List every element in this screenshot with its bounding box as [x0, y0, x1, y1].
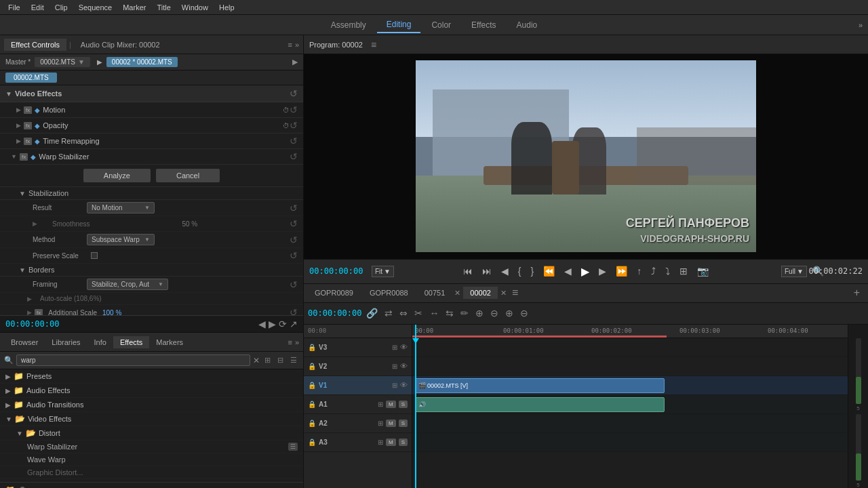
export-btn[interactable]: ↗ — [290, 319, 298, 329]
additional-scale-value[interactable]: 100 % — [102, 309, 121, 316]
cancel-button[interactable]: Cancel — [156, 169, 220, 182]
play-btn[interactable]: ▶ — [579, 263, 591, 280]
tab-editing[interactable]: Editing — [377, 17, 421, 33]
motion-stopwatch[interactable]: ⏱ — [283, 106, 290, 114]
a1-lock[interactable]: 🔒 — [308, 401, 316, 408]
v3-eye[interactable]: 👁 — [400, 343, 408, 351]
tl-pen-btn[interactable]: ✏ — [458, 306, 471, 320]
tab-audio[interactable]: Audio — [507, 18, 547, 33]
go-in-btn[interactable]: ▶ — [269, 319, 276, 329]
a2-s-btn[interactable]: S — [399, 420, 408, 427]
menu-clip[interactable]: Clip — [50, 2, 73, 13]
framing-reset[interactable]: ↺ — [290, 279, 298, 290]
menu-sequence[interactable]: Sequence — [73, 2, 118, 13]
tl-zoom-out-btn[interactable]: ⊖ — [518, 306, 530, 320]
time-remap-reset[interactable]: ↺ — [290, 136, 298, 146]
subfolder-distort[interactable]: ▼ 📂 Distort — [0, 426, 303, 441]
tl-ripple-btn[interactable]: ⇄ — [382, 306, 395, 320]
warp-reset[interactable]: ↺ — [290, 151, 298, 162]
preserve-scale-reset[interactable]: ↺ — [290, 250, 298, 261]
a2-m-btn[interactable]: M — [386, 420, 396, 427]
tab-audio-clip-mixer[interactable]: Audio Clip Mixer: 00002 — [74, 39, 167, 51]
a2-lock[interactable]: 🔒 — [308, 420, 316, 427]
fit-dropdown[interactable]: Fit ▼ — [372, 266, 394, 277]
a1-s-btn[interactable]: S — [399, 401, 408, 408]
method-reset[interactable]: ↺ — [290, 235, 298, 245]
tl-zoom-in-btn[interactable]: ⊕ — [503, 306, 515, 320]
warp-toggle[interactable]: ▼ — [11, 153, 17, 160]
smoothness-toggle[interactable]: ▶ — [33, 220, 37, 227]
search-clear-btn[interactable]: ✕ — [253, 356, 260, 365]
timeline-settings-icon[interactable]: ≡ — [512, 287, 518, 299]
a3-sync-icon[interactable]: ⊞ — [378, 439, 383, 446]
a3-m-btn[interactable]: M — [386, 439, 396, 446]
opacity-toggle[interactable]: ▶ — [16, 122, 21, 129]
tab-effects-bottom[interactable]: Effects — [113, 336, 149, 348]
tab-libraries[interactable]: Libraries — [45, 336, 87, 348]
menu-file[interactable]: File — [3, 2, 26, 13]
v1-sync-icon[interactable]: ⊞ — [392, 382, 397, 389]
insert-btn[interactable]: ⤵ — [663, 264, 672, 279]
icon-size-btn[interactable]: ⊟ — [275, 355, 285, 365]
step-back-btn[interactable]: ◀ — [562, 264, 574, 279]
menu-window[interactable]: Window — [176, 2, 214, 13]
tl-slip-btn[interactable]: ↔ — [427, 306, 441, 320]
framing-dropdown[interactable]: Stabilize, Crop, Aut ▼ — [87, 279, 168, 290]
export-frame-btn[interactable]: 📷 — [695, 264, 711, 279]
tab-assembly[interactable]: Assembly — [321, 18, 376, 33]
v3-lock[interactable]: 🔒 — [308, 344, 316, 351]
mark-out-btn[interactable]: } — [529, 264, 536, 279]
full-dropdown[interactable]: Full ▼ — [781, 266, 807, 277]
menu-title[interactable]: Title — [151, 2, 176, 13]
mark-in-btn[interactable]: { — [516, 264, 524, 279]
borders-header[interactable]: ▼ Borders — [0, 264, 303, 277]
analyze-button[interactable]: Analyze — [83, 169, 151, 182]
opacity-reset[interactable]: ↺ — [290, 120, 298, 131]
search-input[interactable] — [16, 354, 250, 366]
tab-info[interactable]: Info — [87, 336, 113, 348]
time-remap-toggle[interactable]: ▶ — [16, 138, 21, 144]
v1-eye[interactable]: 👁 — [400, 381, 408, 389]
motion-reset[interactable]: ↺ — [290, 104, 298, 115]
bottom-panel-settings[interactable]: ≡ — [288, 338, 292, 346]
tl-slide-btn[interactable]: ⇆ — [443, 306, 456, 320]
menu-marker[interactable]: Marker — [117, 2, 151, 13]
a2-sync-icon[interactable]: ⊞ — [378, 420, 383, 427]
smoothness-reset[interactable]: ↺ — [290, 218, 298, 229]
method-dropdown[interactable]: Subspace Warp ▼ — [87, 234, 155, 245]
effect-item-graphic-distort[interactable]: Graphic Distort... — [0, 466, 303, 479]
a3-s-btn[interactable]: S — [399, 439, 408, 446]
tl-plus-btn[interactable]: ⊕ — [473, 306, 486, 320]
playhead[interactable] — [415, 325, 416, 489]
timeline-tab-close-icon[interactable]: ✕ — [454, 289, 460, 298]
program-settings-icon[interactable]: ≡ — [371, 39, 376, 50]
effect-item-warp-stabilizer[interactable]: Warp Stabilizer ☰ — [0, 441, 303, 453]
video-effects-reset[interactable]: ↺ — [290, 88, 298, 99]
v2-eye[interactable]: 👁 — [400, 362, 408, 370]
effect-item-wave-warp[interactable]: Wave Warp — [0, 453, 303, 466]
add-scale-reset[interactable]: ↺ — [290, 307, 298, 315]
master-clip-selector[interactable]: 00002.MTS ▼ — [35, 57, 90, 67]
delete-icon[interactable]: 🗑 — [19, 485, 26, 488]
step-forward-btn[interactable]: ▶ — [597, 264, 608, 279]
extract-btn[interactable]: ⤴ — [649, 264, 658, 279]
add-scale-toggle[interactable]: ▶ — [27, 309, 32, 315]
result-reset[interactable]: ↺ — [290, 203, 298, 214]
timeline-tab-gopr0088[interactable]: GOPR0088 — [363, 287, 415, 299]
overwrite-btn[interactable]: ⊞ — [677, 264, 690, 279]
a1-m-btn[interactable]: M — [386, 401, 396, 408]
v2-sync-icon[interactable]: ⊞ — [392, 363, 397, 370]
tl-minus-btn[interactable]: ⊖ — [488, 306, 500, 320]
tl-razor-btn[interactable]: ✂ — [412, 306, 425, 320]
folder-presets[interactable]: ▶ 📁 Presets — [0, 369, 303, 384]
tab-color[interactable]: Color — [422, 18, 460, 33]
a3-lock[interactable]: 🔒 — [308, 439, 316, 446]
lift-btn[interactable]: ↑ — [635, 264, 644, 279]
timeline-tab-00751[interactable]: 00751 — [418, 287, 452, 299]
timeline-tab-00002-close[interactable]: ✕ — [500, 289, 507, 298]
timeline-tab-00002[interactable]: 00002 — [463, 287, 498, 299]
v2-lock[interactable]: 🔒 — [308, 363, 316, 370]
folder-audio-effects[interactable]: ▶ 📁 Audio Effects — [0, 384, 303, 398]
timeline-tab-gopr0089[interactable]: GOPR0089 — [308, 287, 360, 299]
result-dropdown[interactable]: No Motion ▼ — [87, 202, 155, 214]
